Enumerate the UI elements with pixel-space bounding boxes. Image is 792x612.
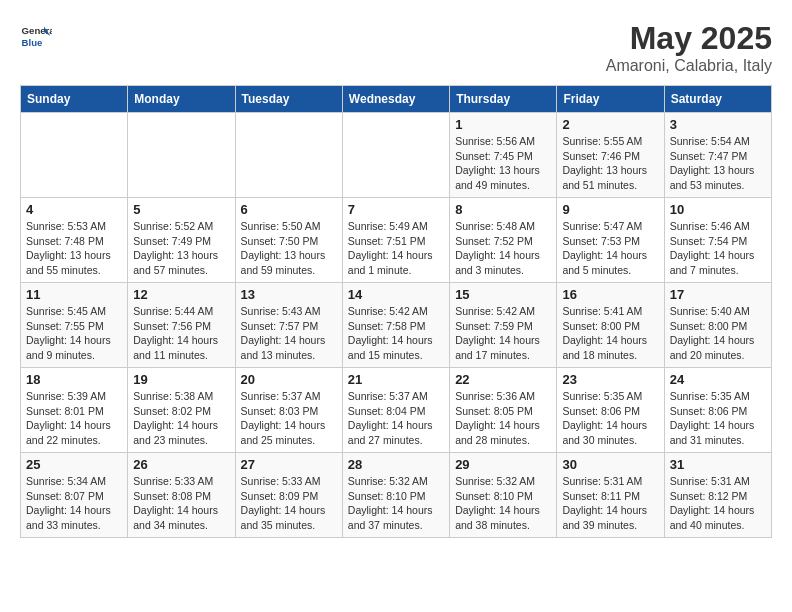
day-number: 22	[455, 372, 551, 387]
day-info: Sunrise: 5:44 AMSunset: 7:56 PMDaylight:…	[133, 304, 229, 363]
day-number: 6	[241, 202, 337, 217]
day-number: 20	[241, 372, 337, 387]
day-info: Sunrise: 5:46 AMSunset: 7:54 PMDaylight:…	[670, 219, 766, 278]
day-info: Sunrise: 5:55 AMSunset: 7:46 PMDaylight:…	[562, 134, 658, 193]
day-number: 10	[670, 202, 766, 217]
day-number: 26	[133, 457, 229, 472]
page-header: General Blue May 2025 Amaroni, Calabria,…	[20, 20, 772, 75]
day-info: Sunrise: 5:54 AMSunset: 7:47 PMDaylight:…	[670, 134, 766, 193]
day-number: 13	[241, 287, 337, 302]
day-info: Sunrise: 5:37 AMSunset: 8:03 PMDaylight:…	[241, 389, 337, 448]
svg-text:General: General	[22, 25, 52, 36]
calendar-cell: 25Sunrise: 5:34 AMSunset: 8:07 PMDayligh…	[21, 453, 128, 538]
day-info: Sunrise: 5:43 AMSunset: 7:57 PMDaylight:…	[241, 304, 337, 363]
day-number: 1	[455, 117, 551, 132]
day-info: Sunrise: 5:36 AMSunset: 8:05 PMDaylight:…	[455, 389, 551, 448]
calendar-cell: 29Sunrise: 5:32 AMSunset: 8:10 PMDayligh…	[450, 453, 557, 538]
day-number: 14	[348, 287, 444, 302]
day-number: 8	[455, 202, 551, 217]
day-info: Sunrise: 5:49 AMSunset: 7:51 PMDaylight:…	[348, 219, 444, 278]
day-info: Sunrise: 5:38 AMSunset: 8:02 PMDaylight:…	[133, 389, 229, 448]
day-number: 24	[670, 372, 766, 387]
calendar-cell: 14Sunrise: 5:42 AMSunset: 7:58 PMDayligh…	[342, 283, 449, 368]
svg-text:Blue: Blue	[22, 37, 43, 48]
day-info: Sunrise: 5:50 AMSunset: 7:50 PMDaylight:…	[241, 219, 337, 278]
calendar-cell: 12Sunrise: 5:44 AMSunset: 7:56 PMDayligh…	[128, 283, 235, 368]
calendar-cell: 1Sunrise: 5:56 AMSunset: 7:45 PMDaylight…	[450, 113, 557, 198]
calendar-cell: 7Sunrise: 5:49 AMSunset: 7:51 PMDaylight…	[342, 198, 449, 283]
calendar-cell: 15Sunrise: 5:42 AMSunset: 7:59 PMDayligh…	[450, 283, 557, 368]
day-number: 12	[133, 287, 229, 302]
day-number: 9	[562, 202, 658, 217]
calendar-cell	[21, 113, 128, 198]
calendar-cell: 26Sunrise: 5:33 AMSunset: 8:08 PMDayligh…	[128, 453, 235, 538]
day-number: 19	[133, 372, 229, 387]
calendar-cell	[235, 113, 342, 198]
calendar-week-2: 4Sunrise: 5:53 AMSunset: 7:48 PMDaylight…	[21, 198, 772, 283]
calendar-cell: 21Sunrise: 5:37 AMSunset: 8:04 PMDayligh…	[342, 368, 449, 453]
calendar-cell: 30Sunrise: 5:31 AMSunset: 8:11 PMDayligh…	[557, 453, 664, 538]
day-number: 25	[26, 457, 122, 472]
day-number: 11	[26, 287, 122, 302]
day-info: Sunrise: 5:45 AMSunset: 7:55 PMDaylight:…	[26, 304, 122, 363]
calendar-cell: 19Sunrise: 5:38 AMSunset: 8:02 PMDayligh…	[128, 368, 235, 453]
calendar-cell: 23Sunrise: 5:35 AMSunset: 8:06 PMDayligh…	[557, 368, 664, 453]
calendar-subtitle: Amaroni, Calabria, Italy	[606, 57, 772, 75]
calendar-cell: 6Sunrise: 5:50 AMSunset: 7:50 PMDaylight…	[235, 198, 342, 283]
day-info: Sunrise: 5:32 AMSunset: 8:10 PMDaylight:…	[455, 474, 551, 533]
logo: General Blue	[20, 20, 52, 52]
day-info: Sunrise: 5:34 AMSunset: 8:07 PMDaylight:…	[26, 474, 122, 533]
day-info: Sunrise: 5:47 AMSunset: 7:53 PMDaylight:…	[562, 219, 658, 278]
day-number: 27	[241, 457, 337, 472]
calendar-cell: 20Sunrise: 5:37 AMSunset: 8:03 PMDayligh…	[235, 368, 342, 453]
day-number: 17	[670, 287, 766, 302]
day-info: Sunrise: 5:35 AMSunset: 8:06 PMDaylight:…	[670, 389, 766, 448]
calendar-cell: 28Sunrise: 5:32 AMSunset: 8:10 PMDayligh…	[342, 453, 449, 538]
logo-icon: General Blue	[20, 20, 52, 52]
day-info: Sunrise: 5:33 AMSunset: 8:09 PMDaylight:…	[241, 474, 337, 533]
calendar-cell: 4Sunrise: 5:53 AMSunset: 7:48 PMDaylight…	[21, 198, 128, 283]
calendar-cell: 31Sunrise: 5:31 AMSunset: 8:12 PMDayligh…	[664, 453, 771, 538]
day-info: Sunrise: 5:37 AMSunset: 8:04 PMDaylight:…	[348, 389, 444, 448]
calendar-cell: 5Sunrise: 5:52 AMSunset: 7:49 PMDaylight…	[128, 198, 235, 283]
calendar-cell: 9Sunrise: 5:47 AMSunset: 7:53 PMDaylight…	[557, 198, 664, 283]
calendar-week-4: 18Sunrise: 5:39 AMSunset: 8:01 PMDayligh…	[21, 368, 772, 453]
calendar-cell: 17Sunrise: 5:40 AMSunset: 8:00 PMDayligh…	[664, 283, 771, 368]
calendar-cell: 27Sunrise: 5:33 AMSunset: 8:09 PMDayligh…	[235, 453, 342, 538]
day-info: Sunrise: 5:52 AMSunset: 7:49 PMDaylight:…	[133, 219, 229, 278]
calendar-week-5: 25Sunrise: 5:34 AMSunset: 8:07 PMDayligh…	[21, 453, 772, 538]
day-number: 23	[562, 372, 658, 387]
calendar-cell: 2Sunrise: 5:55 AMSunset: 7:46 PMDaylight…	[557, 113, 664, 198]
col-monday: Monday	[128, 86, 235, 113]
day-number: 7	[348, 202, 444, 217]
col-tuesday: Tuesday	[235, 86, 342, 113]
col-friday: Friday	[557, 86, 664, 113]
day-number: 29	[455, 457, 551, 472]
day-info: Sunrise: 5:40 AMSunset: 8:00 PMDaylight:…	[670, 304, 766, 363]
day-info: Sunrise: 5:33 AMSunset: 8:08 PMDaylight:…	[133, 474, 229, 533]
col-sunday: Sunday	[21, 86, 128, 113]
col-thursday: Thursday	[450, 86, 557, 113]
day-number: 16	[562, 287, 658, 302]
calendar-table: Sunday Monday Tuesday Wednesday Thursday…	[20, 85, 772, 538]
calendar-cell: 3Sunrise: 5:54 AMSunset: 7:47 PMDaylight…	[664, 113, 771, 198]
day-number: 2	[562, 117, 658, 132]
day-number: 15	[455, 287, 551, 302]
day-number: 31	[670, 457, 766, 472]
day-info: Sunrise: 5:48 AMSunset: 7:52 PMDaylight:…	[455, 219, 551, 278]
calendar-cell: 22Sunrise: 5:36 AMSunset: 8:05 PMDayligh…	[450, 368, 557, 453]
calendar-cell: 18Sunrise: 5:39 AMSunset: 8:01 PMDayligh…	[21, 368, 128, 453]
day-number: 18	[26, 372, 122, 387]
day-info: Sunrise: 5:53 AMSunset: 7:48 PMDaylight:…	[26, 219, 122, 278]
calendar-cell: 8Sunrise: 5:48 AMSunset: 7:52 PMDaylight…	[450, 198, 557, 283]
col-wednesday: Wednesday	[342, 86, 449, 113]
col-saturday: Saturday	[664, 86, 771, 113]
day-info: Sunrise: 5:39 AMSunset: 8:01 PMDaylight:…	[26, 389, 122, 448]
day-info: Sunrise: 5:56 AMSunset: 7:45 PMDaylight:…	[455, 134, 551, 193]
day-info: Sunrise: 5:31 AMSunset: 8:12 PMDaylight:…	[670, 474, 766, 533]
day-number: 28	[348, 457, 444, 472]
day-number: 30	[562, 457, 658, 472]
calendar-week-1: 1Sunrise: 5:56 AMSunset: 7:45 PMDaylight…	[21, 113, 772, 198]
calendar-cell: 24Sunrise: 5:35 AMSunset: 8:06 PMDayligh…	[664, 368, 771, 453]
day-info: Sunrise: 5:32 AMSunset: 8:10 PMDaylight:…	[348, 474, 444, 533]
